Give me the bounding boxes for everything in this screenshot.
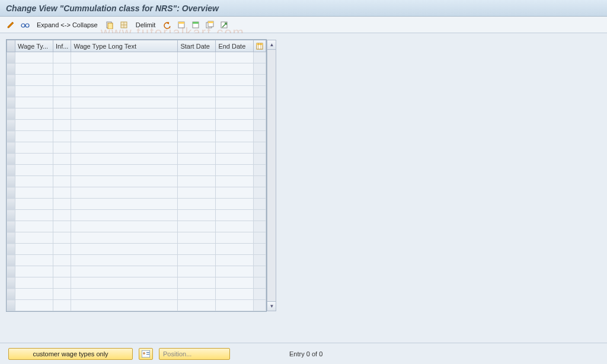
grid-cell[interactable] — [53, 97, 71, 108]
grid-cell[interactable] — [53, 131, 71, 142]
table-row[interactable] — [7, 187, 266, 199]
grid-cell[interactable] — [216, 97, 254, 108]
grid-cell[interactable] — [178, 199, 216, 210]
grid-header-end-date[interactable]: End Date — [216, 40, 254, 52]
grid-cell[interactable] — [53, 199, 71, 210]
table-row[interactable] — [7, 266, 266, 277]
grid-cell[interactable] — [216, 300, 254, 311]
grid-cell[interactable] — [178, 131, 216, 142]
grid-cell[interactable] — [71, 187, 178, 199]
grid-cell[interactable] — [15, 142, 53, 154]
grid-cell[interactable] — [53, 232, 71, 244]
row-selector[interactable] — [7, 165, 15, 176]
grid-cell[interactable] — [53, 86, 71, 97]
grid-cell[interactable] — [216, 221, 254, 232]
grid-cell[interactable] — [71, 232, 178, 244]
contact-card-button[interactable] — [139, 348, 153, 360]
grid-cell[interactable] — [216, 176, 254, 187]
grid-cell[interactable] — [71, 97, 178, 108]
row-selector[interactable] — [7, 199, 15, 210]
row-selector[interactable] — [7, 221, 15, 232]
table-row[interactable] — [7, 165, 266, 176]
table-row[interactable] — [7, 176, 266, 187]
select-all-icon[interactable] — [118, 19, 130, 31]
sheet-arrow-icon[interactable] — [218, 19, 230, 31]
row-selector[interactable] — [7, 52, 15, 63]
grid-cell[interactable] — [71, 199, 178, 210]
table-row[interactable] — [7, 199, 266, 210]
grid-cell[interactable] — [178, 300, 216, 311]
grid-cell[interactable] — [53, 120, 71, 131]
grid-cell[interactable] — [178, 97, 216, 108]
grid-cell[interactable] — [71, 266, 178, 277]
table-row[interactable] — [7, 63, 266, 75]
grid-cell[interactable] — [15, 63, 53, 75]
grid-cell[interactable] — [71, 210, 178, 221]
row-selector[interactable] — [7, 255, 15, 266]
row-selector[interactable] — [7, 97, 15, 108]
grid-cell[interactable] — [216, 187, 254, 199]
grid-cell[interactable] — [15, 131, 53, 142]
grid-cell[interactable] — [216, 120, 254, 131]
grid-cell[interactable] — [216, 255, 254, 266]
grid-cell[interactable] — [216, 210, 254, 221]
grid-cell[interactable] — [15, 120, 53, 131]
grid-cell[interactable] — [71, 63, 178, 75]
table-row[interactable] — [7, 255, 266, 266]
grid-cell[interactable] — [71, 52, 178, 63]
row-selector[interactable] — [7, 154, 15, 165]
table-settings-icon[interactable] — [256, 43, 263, 50]
grid-cell[interactable] — [15, 165, 53, 176]
grid-cell[interactable] — [53, 277, 71, 289]
grid-cell[interactable] — [216, 289, 254, 300]
row-selector[interactable] — [7, 176, 15, 187]
table-row[interactable] — [7, 120, 266, 131]
row-selector[interactable] — [7, 210, 15, 221]
grid-cell[interactable] — [15, 277, 53, 289]
grid-header-wage-type[interactable]: Wage Ty... — [15, 40, 53, 52]
grid-cell[interactable] — [53, 255, 71, 266]
grid-cell[interactable] — [178, 187, 216, 199]
grid-cell[interactable] — [216, 154, 254, 165]
position-button[interactable]: Position... — [159, 348, 230, 360]
grid-cell[interactable] — [53, 75, 71, 86]
grid-cell[interactable] — [178, 176, 216, 187]
grid-header-start-date[interactable]: Start Date — [178, 40, 216, 52]
grid-cell[interactable] — [53, 142, 71, 154]
table-row[interactable] — [7, 86, 266, 97]
table-row[interactable] — [7, 221, 266, 232]
grid-header-inf[interactable]: Inf... — [53, 40, 71, 52]
grid-cell[interactable] — [15, 97, 53, 108]
grid-cell[interactable] — [216, 108, 254, 120]
grid-cell[interactable] — [15, 300, 53, 311]
grid-cell[interactable] — [53, 266, 71, 277]
grid-header-wage-type-long[interactable]: Wage Type Long Text — [71, 40, 178, 52]
grid-cell[interactable] — [15, 289, 53, 300]
grid-cell[interactable] — [216, 266, 254, 277]
grid-cell[interactable] — [71, 142, 178, 154]
grid-header-config[interactable] — [254, 40, 266, 52]
grid-cell[interactable] — [15, 187, 53, 199]
grid-cell[interactable] — [71, 75, 178, 86]
table-row[interactable] — [7, 232, 266, 244]
table-row[interactable] — [7, 300, 266, 311]
copy-icon[interactable] — [104, 19, 116, 31]
row-selector[interactable] — [7, 244, 15, 255]
grid-cell[interactable] — [15, 255, 53, 266]
grid-cell[interactable] — [178, 86, 216, 97]
grid-cell[interactable] — [178, 210, 216, 221]
grid-cell[interactable] — [53, 108, 71, 120]
glasses-icon[interactable] — [19, 19, 31, 31]
grid-cell[interactable] — [15, 52, 53, 63]
row-selector[interactable] — [7, 289, 15, 300]
grid-cell[interactable] — [15, 86, 53, 97]
table-row[interactable] — [7, 52, 266, 63]
grid-cell[interactable] — [15, 210, 53, 221]
grid-cell[interactable] — [178, 244, 216, 255]
grid-cell[interactable] — [178, 165, 216, 176]
row-selector[interactable] — [7, 266, 15, 277]
grid-cell[interactable] — [216, 75, 254, 86]
vertical-scrollbar[interactable]: ▲ ▼ — [267, 40, 276, 311]
table-row[interactable] — [7, 75, 266, 86]
grid-cell[interactable] — [71, 165, 178, 176]
